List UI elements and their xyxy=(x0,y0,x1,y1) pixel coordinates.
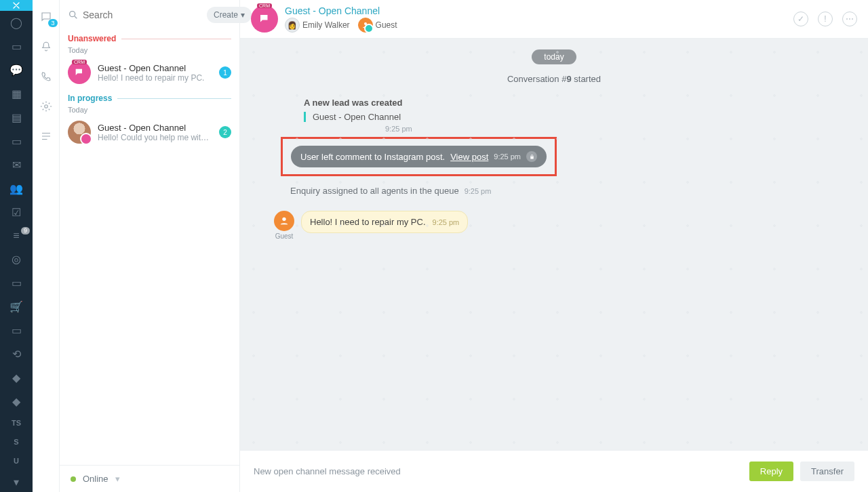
message-bubble: Hello! I need to repair my PC. 9:25 pm xyxy=(301,211,468,233)
crm-avatar-icon xyxy=(68,61,91,84)
message-row: Guest Hello! I need to repair my PC. 9:2… xyxy=(274,211,841,240)
mail-icon[interactable]: ✉ xyxy=(8,159,24,171)
unread-badge: 2 xyxy=(219,126,231,138)
lines-icon[interactable] xyxy=(39,129,54,144)
feed-icon[interactable]: ▭ xyxy=(8,40,24,53)
messages-badge: 3 xyxy=(48,19,57,27)
lead-title: A new lead was created xyxy=(304,98,841,108)
contacts-icon[interactable]: ▭ xyxy=(8,324,24,337)
footer-notice: New open channel message received xyxy=(254,466,401,476)
lock-icon xyxy=(526,151,537,162)
settings-icon[interactable] xyxy=(39,99,54,114)
list-header: Create▾ xyxy=(60,0,239,30)
chat-list-pane: Create▾ Unanswered Today Guest - Open Ch… xyxy=(60,0,240,492)
svg-point-3 xyxy=(282,218,285,221)
svg-point-0 xyxy=(44,105,47,108)
messenger-rail: 3 xyxy=(33,0,60,492)
highlighted-annotation: User left comment to Instagram post. Vie… xyxy=(281,137,557,176)
guest-label: Guest xyxy=(274,232,294,240)
assign-notice: Enquiry assigned to all agents in the qu… xyxy=(290,186,841,196)
docs-icon[interactable]: ▤ xyxy=(8,111,24,124)
groups-icon[interactable]: 👥 xyxy=(8,182,24,195)
lead-card: A new lead was created Guest - Open Chan… xyxy=(304,98,841,133)
participant-name[interactable]: Emily Walker xyxy=(302,20,350,30)
chat-icon[interactable]: 💬 xyxy=(8,64,24,77)
chat-preview: Hello! I need to repair my PC. xyxy=(98,73,212,83)
transfer-button[interactable]: Transfer xyxy=(800,462,854,481)
main-nav-rail: ◯ ▭ 💬 ▦ ▤ ▭ ✉ 👥 ☑ ≡ ◎ ▭ 🛒 ▭ ⟲ ◆ ◆ TS S U… xyxy=(0,0,33,492)
message-time: 9:25 pm xyxy=(433,218,460,226)
chat-main: Guest - Open Channel 👩 Emily Walker Gues… xyxy=(240,0,868,492)
instagram-comment-pill: User left comment to Instagram post. Vie… xyxy=(291,146,547,167)
chat-title: Guest - Open Channel xyxy=(98,123,212,133)
guest-avatar-icon[interactable] xyxy=(358,18,373,33)
comment-text: User left comment to Instagram post. xyxy=(300,152,445,162)
participant-name[interactable]: Guest xyxy=(376,20,397,30)
lead-name[interactable]: Guest - Open Channel xyxy=(304,112,841,122)
section-unanswered: Unanswered xyxy=(60,34,239,43)
participants: 👩 Emily Walker Guest xyxy=(285,18,403,33)
chat-body[interactable]: today Conversation #9 started A new lead… xyxy=(240,39,868,450)
status-footer[interactable]: Online ▾ xyxy=(60,465,239,492)
alert-icon[interactable]: ! xyxy=(818,12,833,26)
filter-icon[interactable]: ≡ xyxy=(8,230,24,242)
status-dot-icon xyxy=(71,476,76,482)
search-icon xyxy=(68,9,79,20)
conversation-start: Conversation #9 started xyxy=(267,74,841,84)
lead-time: 9:25 pm xyxy=(385,125,841,133)
chat-preview: Hello! Could you help me with my... xyxy=(98,133,212,142)
participant-avatar[interactable]: 👩 xyxy=(285,18,300,33)
rail-u[interactable]: U xyxy=(14,457,19,465)
marketing-icon[interactable]: ◎ xyxy=(8,253,24,266)
svg-point-2 xyxy=(364,22,367,25)
drive-icon[interactable]: ▭ xyxy=(8,135,24,148)
status-label: Online xyxy=(83,474,108,484)
unread-badge: 1 xyxy=(219,66,231,79)
tasks-icon[interactable]: ☑ xyxy=(8,206,24,219)
user-avatar-icon xyxy=(68,121,91,144)
chat-item-2[interactable]: Guest - Open Channel Hello! Could you he… xyxy=(60,115,239,149)
chat-footer: New open channel message received Reply … xyxy=(240,450,868,492)
message-text: Hello! I need to repair my PC. xyxy=(310,217,426,227)
search-input[interactable] xyxy=(83,9,201,20)
chat-title: Guest - Open Channel xyxy=(98,63,212,73)
rail-ts[interactable]: TS xyxy=(12,419,21,427)
guest-avatar-icon xyxy=(274,211,294,231)
shop-icon[interactable]: 🛒 xyxy=(8,300,24,313)
close-button[interactable] xyxy=(0,0,33,11)
more-icon[interactable]: ▾ xyxy=(8,476,24,489)
chat-title[interactable]: Guest - Open Channel xyxy=(285,5,403,16)
notifications-icon[interactable] xyxy=(39,39,54,54)
more-icon[interactable]: ⋯ xyxy=(842,12,857,26)
activity-icon[interactable]: ◯ xyxy=(8,16,24,29)
search-wrap xyxy=(68,9,201,20)
messages-icon[interactable]: 3 xyxy=(39,9,54,24)
comment-time: 9:25 pm xyxy=(494,152,521,161)
date-separator: today xyxy=(532,49,576,64)
view-post-link[interactable]: View post xyxy=(450,152,488,162)
sites-icon[interactable]: ▭ xyxy=(8,276,24,289)
chat-item-1[interactable]: Guest - Open Channel Hello! I need to re… xyxy=(60,56,239,89)
rail-s[interactable]: S xyxy=(14,438,18,446)
section-inprogress: In progress xyxy=(60,94,239,103)
box2-icon[interactable]: ◆ xyxy=(8,395,24,408)
box1-icon[interactable]: ◆ xyxy=(8,371,24,384)
reply-button[interactable]: Reply xyxy=(749,462,793,481)
crm-avatar-icon xyxy=(251,5,278,33)
svg-point-1 xyxy=(70,12,75,17)
subhead-today-2: Today xyxy=(60,103,239,115)
subhead-today-1: Today xyxy=(60,43,239,56)
calendar-icon[interactable]: ▦ xyxy=(8,87,24,100)
header-actions: ✓ ! ⋯ xyxy=(793,12,857,26)
sync-icon[interactable]: ⟲ xyxy=(8,348,24,361)
chat-header: Guest - Open Channel 👩 Emily Walker Gues… xyxy=(240,0,868,39)
calls-icon[interactable] xyxy=(39,69,54,84)
check-icon[interactable]: ✓ xyxy=(793,12,808,26)
chevron-down-icon: ▾ xyxy=(115,474,120,484)
